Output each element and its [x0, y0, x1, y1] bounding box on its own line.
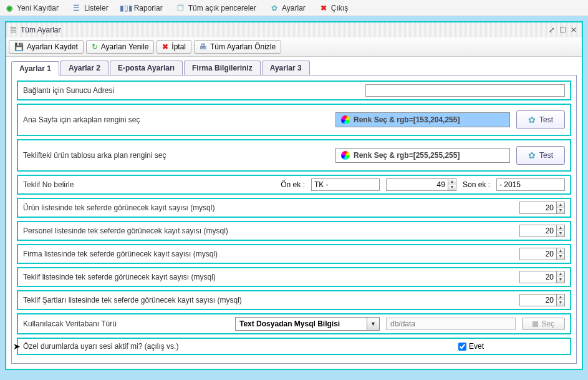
- spinner-up-icon[interactable]: ▲: [557, 295, 564, 300]
- test-label: Test: [539, 151, 553, 160]
- select-path-button: Seç: [522, 318, 565, 330]
- row-quotes-count: Teklif listesinde tek seferde görünecek …: [17, 267, 571, 287]
- cancel-button[interactable]: ✖ İptal: [157, 40, 191, 54]
- refresh-icon: ↻: [92, 42, 98, 51]
- btn-label: Tüm Ayarları Önizle: [210, 42, 276, 51]
- gear-icon: ✿: [270, 4, 279, 12]
- spinner-quotes[interactable]: ▲▼: [519, 271, 565, 283]
- spinner-products-value[interactable]: [519, 202, 557, 214]
- print-icon: 🖶: [200, 42, 207, 51]
- tab-ayarlar-1[interactable]: Ayarlar 1: [11, 61, 59, 76]
- label-server-address: Bağlantı için Sunucu Adresi: [23, 86, 114, 95]
- tab-strip: Ayarlar 1 Ayarlar 2 E-posta Ayarları Fir…: [11, 61, 577, 76]
- spinner-down-icon[interactable]: ▼: [448, 185, 456, 190]
- row-server-address: Bağlantı için Sunucu Adresi: [17, 80, 571, 100]
- tab-firma[interactable]: Firma Bilgileriniz: [184, 61, 261, 75]
- tab-ayarlar-2[interactable]: Ayarlar 2: [60, 61, 108, 75]
- spinner-down-icon[interactable]: ▼: [557, 231, 564, 236]
- slider-icon: 𝌆: [10, 26, 17, 34]
- menu-exit[interactable]: ✖ Çıkış: [319, 4, 348, 12]
- menu-settings[interactable]: ✿ Ayarlar: [270, 4, 306, 12]
- row-firms-count: Firma listesinde tek seferde görünecek k…: [17, 244, 571, 264]
- spinner-products[interactable]: ▲▼: [519, 202, 565, 214]
- spinner-up-icon[interactable]: ▲: [557, 225, 564, 231]
- tab-panel: Ayarlar 1 Ayarlar 2 E-posta Ayarları Fir…: [6, 57, 582, 369]
- menu-label: Raporlar: [134, 4, 163, 12]
- save-button[interactable]: 💾 Ayarları Kaydet: [9, 40, 84, 54]
- spinner-down-icon[interactable]: ▼: [557, 277, 564, 283]
- spinner-down-icon[interactable]: ▼: [557, 208, 564, 213]
- refresh-button[interactable]: ↻ Ayarları Yenile: [86, 40, 155, 54]
- spinner-up-icon[interactable]: ▲: [557, 202, 564, 208]
- close-icon: ✖: [319, 4, 328, 12]
- menu-label: Tüm açık pencereler: [188, 4, 256, 12]
- spinner-staff-value[interactable]: [519, 225, 557, 237]
- input-server-address[interactable]: [365, 84, 565, 97]
- checkbox-alert-sound[interactable]: [458, 343, 466, 351]
- test-label: Test: [539, 115, 553, 124]
- chevron-down-icon[interactable]: ▼: [367, 318, 379, 330]
- label-db-type: Kullanılacak Veritabanı Türü: [23, 319, 229, 328]
- spinner-quotes-value[interactable]: [519, 271, 557, 283]
- menu-reports[interactable]: ▮▯▮ Raporlar: [122, 4, 163, 12]
- spinner-firms-value[interactable]: [519, 248, 557, 260]
- gear-icon: ✿: [528, 115, 536, 125]
- color-picker-quote[interactable]: Renk Seç & rgb=[255,255,255]: [335, 148, 510, 163]
- btn-label: Ayarları Yenile: [101, 42, 149, 51]
- menu-all-windows[interactable]: ❐ Tüm açık pencereler: [176, 4, 256, 12]
- spinner-counter-value[interactable]: [386, 178, 448, 191]
- select-db-value: Text Dosyadan Mysql Bilgisi: [236, 318, 367, 329]
- plus-icon: ◉: [5, 4, 14, 12]
- menu-label: Yeni Kayıtlar: [17, 4, 59, 12]
- color-wheel-icon: [341, 115, 350, 124]
- spinner-terms[interactable]: ▲▼: [519, 294, 565, 306]
- label-firms-count: Firma listesinde tek seferde görünecek k…: [23, 250, 218, 258]
- menu-new-records[interactable]: ◉ Yeni Kayıtlar: [5, 4, 59, 12]
- spinner-firms[interactable]: ▲▼: [519, 248, 565, 260]
- maximize-icon[interactable]: ☐: [558, 26, 567, 34]
- test-home-color-button[interactable]: ✿ Test: [516, 110, 565, 129]
- color-btn-label: Renk Seç & rgb=[255,255,255]: [354, 151, 460, 160]
- spinner-down-icon[interactable]: ▼: [557, 254, 564, 260]
- checkbox-label: Evet: [469, 342, 484, 351]
- color-btn-label: Renk Seç & rgb=[153,204,255]: [354, 115, 460, 124]
- preview-button[interactable]: 🖶 Tüm Ayarları Önizle: [194, 40, 281, 54]
- save-icon: 💾: [14, 42, 24, 51]
- color-wheel-icon: [341, 151, 350, 160]
- spinner-up-icon[interactable]: ▲: [448, 179, 456, 185]
- input-suffix[interactable]: [496, 178, 565, 191]
- row-quote-bg-color: Teklifteki ürün tablosu arka plan rengin…: [17, 139, 571, 172]
- btn-label: İptal: [171, 42, 186, 51]
- tab-content: Bağlantı için Sunucu Adresi Ana Sayfa iç…: [11, 76, 577, 364]
- chart-icon: ▮▯▮: [122, 4, 131, 12]
- row-alert-sound: Özel durumlarda uyarı sesi aktif mi? (aç…: [17, 338, 571, 355]
- btn-label: Ayarları Kaydet: [27, 42, 78, 51]
- label-quote-no: Teklif No belirle: [23, 180, 74, 189]
- select-db-type[interactable]: Text Dosyadan Mysql Bilgisi ▼: [235, 317, 380, 331]
- input-db-path: [386, 318, 516, 330]
- label-products-count: Ürün listesinde tek seferde görünecek ka…: [23, 203, 214, 212]
- spinner-up-icon[interactable]: ▲: [557, 271, 564, 277]
- collapse-icon[interactable]: ⤢: [547, 26, 556, 34]
- row-db-type: Kullanılacak Veritabanı Türü Text Dosyad…: [17, 313, 571, 334]
- spinner-counter[interactable]: ▲▼: [386, 178, 456, 191]
- input-prefix[interactable]: [311, 178, 380, 191]
- spinner-down-icon[interactable]: ▼: [557, 300, 564, 306]
- test-quote-color-button[interactable]: ✿ Test: [516, 146, 565, 165]
- spinner-staff[interactable]: ▲▼: [519, 225, 565, 237]
- windows-icon: ❐: [176, 4, 185, 12]
- row-staff-count: Personel listesinde tek seferde görünece…: [17, 221, 571, 241]
- label-quote-bg: Teklifteki ürün tablosu arka plan rengin…: [23, 151, 166, 160]
- spinner-up-icon[interactable]: ▲: [557, 248, 564, 254]
- spinner-terms-value[interactable]: [519, 294, 557, 306]
- close-icon[interactable]: ✕: [569, 26, 578, 34]
- tab-eposta[interactable]: E-posta Ayarları: [110, 61, 183, 75]
- square-icon: [533, 321, 538, 327]
- row-terms-count: Teklif Şartları listesinde tek seferde g…: [17, 290, 571, 310]
- label-suffix: Son ek :: [463, 180, 490, 189]
- menu-lists[interactable]: ☰ Listeler: [72, 4, 108, 12]
- color-picker-home[interactable]: Renk Seç & rgb=[153,204,255]: [335, 112, 510, 127]
- tab-ayarlar-3[interactable]: Ayarlar 3: [262, 61, 310, 75]
- main-menubar: ◉ Yeni Kayıtlar ☰ Listeler ▮▯▮ Raporlar …: [0, 0, 588, 16]
- row-products-count: Ürün listesinde tek seferde görünecek ka…: [17, 198, 571, 218]
